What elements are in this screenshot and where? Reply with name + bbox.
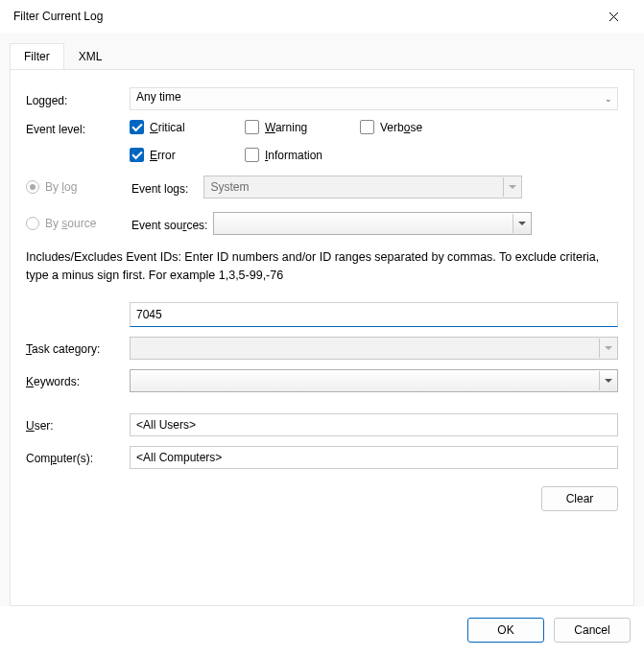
event-sources-combo[interactable] xyxy=(213,212,532,235)
checkbox-icon xyxy=(245,148,259,162)
tab-strip: Filter XML xyxy=(0,33,644,69)
titlebar: Filter Current Log xyxy=(0,0,644,33)
event-logs-label: Event logs: xyxy=(131,179,188,196)
checkbox-label: Verbose xyxy=(380,121,422,134)
checkbox-icon xyxy=(130,148,144,162)
tab-xml[interactable]: XML xyxy=(64,43,117,69)
checkbox-information[interactable]: Information xyxy=(245,148,389,162)
event-sources-label: Event sources: xyxy=(131,216,207,232)
keywords-label: Keywords: xyxy=(26,372,130,388)
checkbox-icon xyxy=(360,120,374,134)
radio-by-log xyxy=(26,180,39,194)
task-category-combo xyxy=(130,337,618,360)
checkbox-critical[interactable]: Critical xyxy=(130,120,245,134)
event-level-label: Event level: xyxy=(26,120,130,136)
window-title: Filter Current Log xyxy=(13,10,103,23)
computers-input[interactable] xyxy=(130,446,618,469)
dropdown-button-icon xyxy=(599,371,616,390)
filter-panel: Logged: Any time ⌄ Event level: Critical… xyxy=(10,69,634,606)
checkbox-icon xyxy=(130,120,144,134)
logged-dropdown[interactable]: Any time xyxy=(130,87,618,110)
logged-label: Logged: xyxy=(26,91,130,107)
by-log-label: By log xyxy=(45,180,131,194)
user-input[interactable] xyxy=(130,413,618,436)
cancel-button[interactable]: Cancel xyxy=(554,618,631,643)
event-logs-combo: System xyxy=(203,176,522,199)
close-icon xyxy=(608,12,619,22)
radio-by-source xyxy=(26,217,39,230)
checkbox-label: Warning xyxy=(265,121,307,134)
checkbox-verbose[interactable]: Verbose xyxy=(360,120,504,134)
user-label: User: xyxy=(26,416,130,433)
tab-filter[interactable]: Filter xyxy=(10,43,64,69)
event-ids-input[interactable] xyxy=(130,302,618,327)
checkbox-warning[interactable]: Warning xyxy=(245,120,360,134)
checkbox-icon xyxy=(245,120,259,134)
checkbox-label: Critical xyxy=(150,121,185,134)
clear-button[interactable]: Clear xyxy=(541,486,618,511)
dropdown-button-icon xyxy=(599,339,616,358)
keywords-combo[interactable] xyxy=(130,369,618,392)
event-logs-value: System xyxy=(210,180,249,194)
task-category-label: Task category: xyxy=(26,340,130,356)
close-button[interactable] xyxy=(594,2,632,31)
ok-button[interactable]: OK xyxy=(467,618,544,643)
by-source-label: By source xyxy=(45,217,131,230)
computers-label: Computer(s): xyxy=(26,449,130,465)
checkbox-error[interactable]: Error xyxy=(130,148,245,162)
checkbox-label: Error xyxy=(150,149,176,162)
dialog-footer: OK Cancel xyxy=(467,618,631,643)
checkbox-label: Information xyxy=(265,149,322,162)
dropdown-button-icon xyxy=(503,177,520,197)
dropdown-button-icon xyxy=(513,214,530,233)
event-ids-help: Includes/Excludes Event IDs: Enter ID nu… xyxy=(26,248,618,285)
